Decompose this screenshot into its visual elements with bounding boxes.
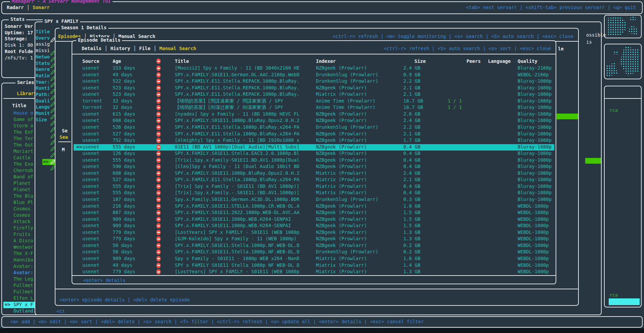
search-result-row[interactable]: torrent32 days【喵萌奶茶屋】[間諜過家家 / 間諜家家酒 / SP… bbox=[74, 98, 554, 105]
series-title-text: Firefly bbox=[13, 225, 33, 231]
search-result-row[interactable]: usenet555 days[Trix].Spy.x.Family-S01E11… bbox=[74, 157, 554, 164]
cell-quality: Bluray-1080p bbox=[518, 190, 552, 196]
search-result-row[interactable]: usenet526 daysSPY.x.FAMILY.E11.Stella.10… bbox=[74, 124, 554, 131]
cell-source: usenet bbox=[82, 177, 99, 182]
cell-age: 153 days bbox=[113, 65, 135, 71]
stats-line: Storage: bbox=[5, 36, 27, 42]
clipped-text: rca bbox=[609, 292, 618, 298]
cell-age: 752 days bbox=[113, 137, 135, 143]
cell-quality: Bluray-1080p bbox=[518, 151, 552, 156]
search-result-row[interactable]: usenet590 days[Cleo]Spy x Family - 11 (D… bbox=[74, 164, 554, 170]
search-result-row[interactable]: usenet608 daysSPY.x.FAMILY.S01E11.1080p.… bbox=[74, 118, 554, 124]
no-entry-icon bbox=[156, 223, 161, 228]
selected-episode-highlight[interactable] bbox=[557, 114, 578, 119]
cell-source: usenet bbox=[82, 137, 99, 143]
cell-indexer: DrunkenSlug (Prowlarr) bbox=[316, 197, 378, 202]
cell-title: [Trix] Spy x Family - S01E11 (BD AV1 108… bbox=[175, 183, 299, 189]
search-result-row[interactable]: =>usenet555 days01E11 (BD AV1 1080p)[Dua… bbox=[74, 144, 554, 151]
cell-quality: WEBDL-1080p bbox=[518, 230, 549, 235]
search-result-row[interactable]: usenet909 daysSpy x Family - S01E11 - 10… bbox=[74, 256, 554, 262]
search-result-row[interactable]: usenet49 daysSPY.x.FAMILY.S01E11.German.… bbox=[74, 72, 554, 78]
search-result-row[interactable]: usenet153 days[Moozzi2] Spy x Family - 1… bbox=[74, 65, 554, 72]
cell-quality: WEBDL-1080p bbox=[518, 210, 549, 215]
search-result-row[interactable]: usenet216 daysSPY.x.FAMILY.S01E11.STELLA… bbox=[74, 203, 554, 210]
no-entry-icon bbox=[156, 204, 161, 209]
cell-title: [GJM-Kaleido] Spy x Family - 11 (WEB 108… bbox=[175, 236, 296, 242]
search-result-row[interactable]: usenet752 days[Almighty] Spy x Family - … bbox=[74, 137, 554, 144]
tab-season-manual-search[interactable]: Manual Search bbox=[118, 34, 155, 39]
search-result-row[interactable]: usenet523 daysSPY.x.FAMILY.E11.Stella.RE… bbox=[74, 85, 554, 91]
search-result-row[interactable]: torrent32 days【喵萌奶茶屋】[间谍过家家 / 间谍家家酒 / SP… bbox=[74, 105, 554, 111]
search-result-row[interactable]: usenet126 daysSPY.X.FAMILY.S01E11.Stella… bbox=[74, 151, 554, 157]
cell-age: 779 days bbox=[113, 230, 135, 235]
clipped-tab[interactable]: Sea bbox=[59, 134, 68, 140]
cell-age: 187 days bbox=[113, 197, 135, 202]
cell-indexer: NZBgeek (Prowlarr) bbox=[316, 131, 367, 137]
search-result-row[interactable]: usenet523 daysSPY.x.FAMILY.E11.Stella.RE… bbox=[74, 91, 554, 98]
cell-quality: Bluray-1080p bbox=[518, 78, 552, 84]
series-title-text: Avatar: bbox=[13, 270, 33, 276]
no-entry-icon bbox=[156, 164, 161, 169]
cell-quality: Bluray-1080p bbox=[518, 85, 552, 91]
search-result-row[interactable]: usenet50 daysSPY.x.FAMILY.S01E11.Stella.… bbox=[74, 249, 554, 255]
tab-sonarr[interactable]: Sonarr bbox=[33, 5, 50, 10]
cell-quality: Bluray-1080p bbox=[518, 197, 552, 202]
cell-indexer: NZBgeek (Prowlarr) bbox=[316, 203, 367, 209]
seasons-scrollbar[interactable] bbox=[585, 158, 601, 164]
search-result-row[interactable]: usenet909 daysSPY.x.FAMILY.S01E11.1080p.… bbox=[74, 223, 554, 229]
cell-title: SPY.x.FAMILY.E11.Stella.REPACK.1080p.Blu… bbox=[175, 91, 299, 97]
search-result-row[interactable]: usenet555 days[Trix] Spy x Family - S01E… bbox=[74, 183, 554, 190]
series-title-text: Attack bbox=[13, 219, 31, 224]
search-result-row[interactable]: usenet522 daysSPY.x.FAMILY.E11.Stella.RE… bbox=[74, 78, 554, 85]
series-title-text: Blue Pl bbox=[13, 200, 33, 205]
cell-size: 18.7 GB bbox=[403, 98, 423, 104]
no-entry-icon bbox=[156, 112, 161, 117]
search-result-row[interactable]: usenet887 daysSPY.x.FAMILY.S01E11.2022.1… bbox=[74, 210, 554, 216]
right-panel-divider bbox=[605, 98, 641, 99]
search-result-row[interactable]: usenet527 daysSPY.x.FAMILY.E11.Stella.10… bbox=[74, 177, 554, 183]
search-result-row[interactable]: usenet779 days[LostYears] SPY x FAMILY -… bbox=[74, 269, 554, 275]
no-entry-icon bbox=[156, 118, 161, 123]
search-result-row[interactable]: usenet909 daysSPY.x.FAMILY.S01E11.1080p.… bbox=[74, 216, 554, 223]
cell-source: torrent bbox=[82, 105, 102, 110]
search-result-row[interactable]: usenet779 days[GJM-Kaleido] Spy x Family… bbox=[74, 236, 554, 242]
cell-size: 1.5 GB bbox=[403, 210, 420, 215]
top-window: Managarr - A Servarr management TUI Rada… bbox=[1, 1, 643, 14]
cell-size: 1.8 GB bbox=[403, 203, 420, 209]
cell-source: usenet bbox=[82, 210, 99, 215]
cell-source: usenet bbox=[82, 216, 99, 222]
search-result-row[interactable]: usenet608 daysSPY.x.FAMILY.S01E11.1080p.… bbox=[74, 170, 554, 177]
cell-indexer: DrunkenSlug (Prowlarr) bbox=[316, 249, 378, 255]
season-keybinds: <ctrl-r> refresh | <m> toggle monitoring… bbox=[333, 34, 573, 39]
cell-size: 1.4 GB bbox=[403, 262, 420, 268]
stats-line: Sonarr Ver bbox=[5, 24, 33, 29]
search-result-row[interactable]: usenet555 days[Trix].Spy.x.Family.-.S01E… bbox=[74, 190, 554, 196]
cell-indexer: NZBgeek (Prowlarr) bbox=[316, 157, 367, 163]
cell-quality: Bluray-2160p bbox=[518, 65, 552, 71]
cell-indexer: Miatrix (Prowlarr) bbox=[316, 91, 367, 97]
cell-quality: Bluray-1080p bbox=[518, 177, 552, 182]
search-result-row[interactable]: usenet615 days[nyadex] Spy x Family - 11… bbox=[74, 111, 554, 118]
cell-source: usenet bbox=[82, 190, 99, 196]
cell-age: 779 days bbox=[113, 236, 135, 242]
cell-indexer: NZBgeek (Prowlarr) bbox=[316, 236, 367, 242]
search-result-row[interactable]: usenet527 daysSPY.x.FAMILY.E11.Stella.10… bbox=[74, 131, 554, 137]
season-footer-keybinds: <enter> episode details | <del> delete e… bbox=[59, 297, 190, 303]
search-result-row[interactable]: usenet50 daysSPY.x.FAMILY.S01E11.Stella.… bbox=[74, 243, 554, 249]
search-result-row[interactable]: usenet49 daysSPY x FAMILY S01E11 Stella … bbox=[74, 262, 554, 269]
selected-season-row[interactable]: => bbox=[42, 159, 56, 165]
season-details-title: Season 1 Details bbox=[59, 25, 108, 31]
series-title-text: Moriart bbox=[13, 149, 33, 154]
search-result-row[interactable]: usenet779 days[LostYears] SPY x FAMILY -… bbox=[74, 230, 554, 236]
tab-radarr[interactable]: Radarr bbox=[7, 5, 24, 10]
cell-size: 0.3 GB bbox=[403, 197, 420, 202]
cell-age: 909 days bbox=[113, 223, 135, 228]
cell-source: usenet bbox=[82, 118, 99, 123]
logo-panel-top bbox=[604, 15, 642, 38]
cell-title: SPY.x.FAMILY.S01E11.1080p.BluRay.Opus2.0… bbox=[175, 170, 299, 176]
series-title-text: The Out bbox=[13, 142, 33, 148]
search-result-row[interactable]: usenet187 daysSpy.x.Family.S01E11.German… bbox=[74, 197, 554, 203]
cell-quality: Bluray-1080p bbox=[518, 124, 552, 130]
cell-title: SPY.x.FAMILY.E11.Stella.1080p.BluRay.x26… bbox=[175, 131, 299, 137]
cell-source: usenet bbox=[82, 249, 99, 255]
